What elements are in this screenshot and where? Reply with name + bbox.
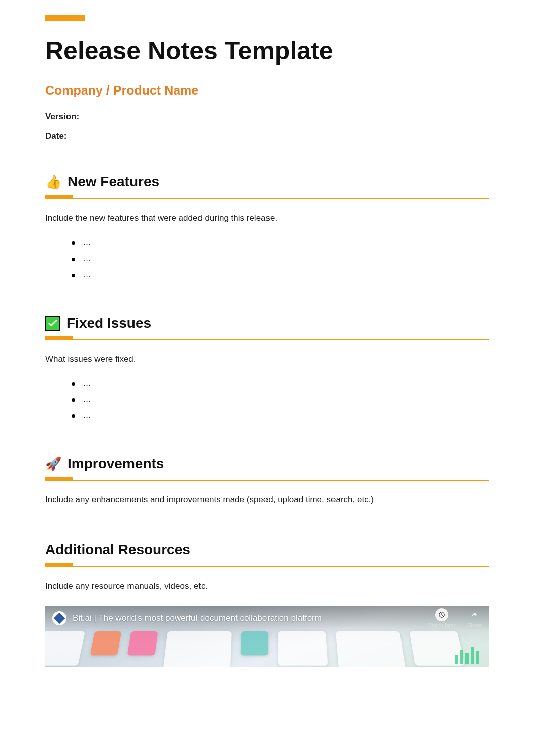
watch-later-label: Watch later (428, 622, 455, 628)
watch-later-button[interactable]: Watch later (428, 608, 455, 628)
section-body-additional-resources: Include any resource manuals, videos, et… (45, 580, 489, 593)
section-heading-additional-resources: Additional Resources (45, 542, 190, 558)
bullets-new-features: … … … (45, 237, 489, 280)
green-check-icon (45, 316, 60, 331)
share-arrow-icon (468, 608, 481, 621)
video-channel-logo-icon[interactable] (52, 611, 66, 625)
list-item: … (72, 410, 489, 420)
section-underline (45, 195, 489, 199)
clock-icon (435, 608, 448, 621)
section-underline (45, 336, 489, 340)
list-item: … (72, 254, 489, 264)
bullets-fixed-issues: … … … (45, 378, 489, 420)
section-heading-new-features: New Features (68, 174, 159, 190)
section-underline (45, 563, 489, 567)
section-underline (45, 477, 489, 481)
company-product-subtitle: Company / Product Name (45, 83, 489, 98)
list-item: … (72, 378, 489, 388)
video-title[interactable]: Bit.ai | The world's most powerful docum… (73, 613, 428, 623)
section-heading-improvements: Improvements (68, 456, 164, 472)
page-title: Release Notes Template (45, 36, 489, 66)
date-label: Date: (45, 131, 489, 141)
video-embed[interactable]: Bit.ai | The world's most powerful docum… (45, 606, 489, 667)
list-item: … (72, 394, 489, 404)
share-label: Share (467, 622, 482, 628)
section-body-new-features: Include the new features that were added… (45, 212, 489, 225)
thumbs-up-icon: 👍 (45, 175, 61, 188)
section-heading-fixed-issues: Fixed Issues (66, 315, 151, 331)
list-item: … (72, 237, 489, 247)
section-additional-resources: Additional Resources Include any resourc… (45, 542, 489, 667)
version-label: Version: (45, 112, 489, 122)
section-body-fixed-issues: What issues were fixed. (45, 353, 489, 366)
share-button[interactable]: Share (467, 608, 482, 628)
list-item: … (72, 270, 489, 280)
section-improvements: 🚀 Improvements Include any enhancements … (45, 456, 489, 507)
section-new-features: 👍 New Features Include the new features … (45, 174, 489, 280)
accent-bar (45, 15, 85, 21)
section-body-improvements: Include any enhancements and improvement… (45, 493, 489, 507)
rocket-icon: 🚀 (45, 457, 61, 470)
section-fixed-issues: Fixed Issues What issues were fixed. … …… (45, 315, 489, 421)
